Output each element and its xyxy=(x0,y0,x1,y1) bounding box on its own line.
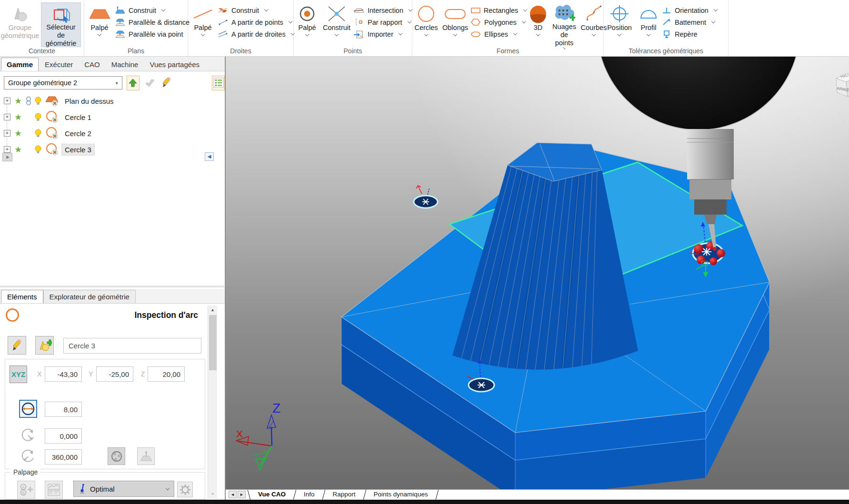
expand-plus-icon[interactable]: + xyxy=(4,130,10,137)
droites-a-partir-droites-item[interactable]: A partir de droites xyxy=(218,28,294,40)
groupe-geometrique-button[interactable]: Groupe géométrique xyxy=(1,2,39,47)
edit-name-button[interactable] xyxy=(8,336,26,355)
scrollbar-thumb[interactable] xyxy=(209,315,217,370)
bulb-icon[interactable] xyxy=(34,145,42,154)
scroll-down-arrow[interactable]: ⌄ xyxy=(208,490,217,496)
points-par-rapport-item[interactable]: Par rapport xyxy=(353,16,412,28)
formes-rectangles-item[interactable]: Rectangles xyxy=(470,4,527,16)
tol-position-button[interactable]: Position xyxy=(605,2,634,47)
x-axis-label: X xyxy=(37,370,41,378)
tab-scroll-right-button[interactable]: ► xyxy=(238,491,246,498)
section-label-contexte: Contexte xyxy=(0,47,84,55)
insertion-point-arrow[interactable]: ➤ xyxy=(2,153,12,161)
tab-vue-cao[interactable]: Vue CAO xyxy=(252,490,292,500)
x-coordinate-input[interactable] xyxy=(45,366,82,382)
tol-repere-item[interactable]: Repère xyxy=(662,28,717,40)
expand-plus-icon[interactable]: + xyxy=(4,98,10,104)
ellipse-shape-icon xyxy=(470,30,481,38)
groupe-geometrique-label: Groupe géométrique xyxy=(1,24,40,40)
cad-scene[interactable]: Z X HAUT ARRIÈRE xyxy=(226,57,849,489)
expand-plus-icon[interactable]: + xyxy=(4,114,10,120)
tol-profil-button[interactable]: Profil xyxy=(636,2,661,47)
tab-scroll-left-button[interactable]: ◄ xyxy=(229,491,237,498)
points-intersection-item[interactable]: Intersection xyxy=(353,4,412,16)
formes-oblongs-button[interactable]: Oblongs xyxy=(441,2,469,47)
ab-angles-button[interactable]: AB xyxy=(17,481,35,499)
formes-nuages-button[interactable]: Nuages de points xyxy=(550,2,578,47)
selecteur-geometrie-button[interactable]: Sélecteur de géométrie xyxy=(41,2,81,47)
bulb-icon[interactable] xyxy=(34,128,42,138)
z-coordinate-input[interactable] xyxy=(148,366,185,382)
droites-construit-item[interactable]: Construit xyxy=(218,4,294,16)
ribbon-section-droites: Palpé Construit A partir de points A par… xyxy=(188,0,294,56)
tab-gamme[interactable]: Gamme xyxy=(1,58,39,71)
feature-name-input[interactable] xyxy=(63,338,201,354)
scene-background[interactable]: Z X HAUT ARRIÈRE xyxy=(226,57,849,489)
vertical-scrollbar[interactable]: ▲ ⌄ xyxy=(208,306,217,499)
droites-palpe-button[interactable]: Palpé xyxy=(189,2,217,47)
tol-orientation-item[interactable]: Orientation xyxy=(662,4,717,16)
formes-polygones-item[interactable]: Polygones xyxy=(470,16,527,28)
tab-explorateur-geometrie[interactable]: Explorateur de géométrie xyxy=(43,290,136,303)
validate-button[interactable] xyxy=(144,76,157,90)
points-palpe-button[interactable]: Palpé xyxy=(295,2,320,47)
circle-points-mode-button[interactable] xyxy=(108,447,125,465)
formes-cercles-button[interactable]: Cercles xyxy=(413,2,439,47)
diameter-input[interactable] xyxy=(45,402,82,417)
chevron-down-icon xyxy=(409,8,412,11)
probing-strategy-select[interactable]: Optimal xyxy=(73,481,174,497)
tab-points-dynamiques[interactable]: Points dynamiques xyxy=(368,490,434,500)
add-feature-button[interactable] xyxy=(35,336,54,355)
diameter-mode-button[interactable] xyxy=(19,400,37,418)
edit-button[interactable] xyxy=(160,76,173,90)
expand-plus-icon[interactable]: + xyxy=(4,146,10,153)
geometric-group-select[interactable]: Groupe géométrique 2 ▾ xyxy=(4,76,122,89)
tree-row-cercle-3[interactable]: + ★ Cercle 3 xyxy=(0,141,225,158)
plans-parallele-via-point-item[interactable]: Parallèle via point xyxy=(115,28,190,40)
tol-profil-label: Profil xyxy=(640,24,656,32)
collapse-panel-button[interactable]: ◀ xyxy=(205,152,214,161)
plans-palpe-button[interactable]: Palpé xyxy=(85,2,114,47)
formes-cercles-label: Cercles xyxy=(414,24,438,32)
tree-item-label[interactable]: Plan du dessus xyxy=(62,96,117,107)
droites-a-partir-points-item[interactable]: A partir de points xyxy=(218,16,294,28)
tree-row-plan-du-dessus[interactable]: + ★ Plan du dessus xyxy=(0,93,225,109)
move-up-button[interactable] xyxy=(127,76,140,90)
scroll-up-arrow[interactable]: ▲ xyxy=(208,307,217,312)
tab-executer[interactable]: Exécuter xyxy=(40,58,78,71)
list-view-button[interactable] xyxy=(212,76,225,90)
bulb-icon[interactable] xyxy=(34,112,42,122)
tab-machine[interactable]: Machine xyxy=(106,58,144,71)
y-coordinate-input[interactable] xyxy=(96,366,133,382)
tree-item-label[interactable]: Cercle 2 xyxy=(62,128,94,139)
start-angle-input[interactable] xyxy=(45,428,82,444)
plans-parallele-distance-item[interactable]: Parallèle & distance xyxy=(115,16,190,28)
xyz-mode-button[interactable]: XYZ xyxy=(10,366,27,383)
view-cube[interactable]: HAUT ARRIÈRE xyxy=(836,73,849,97)
tab-vues-partagees[interactable]: Vues partagées xyxy=(144,58,205,71)
strategy-settings-button[interactable] xyxy=(177,482,193,497)
tab-info[interactable]: Info xyxy=(298,490,321,500)
points-importer-item[interactable]: Importer xyxy=(353,28,412,40)
measurement-strategy-button[interactable] xyxy=(45,481,63,499)
tree-row-cercle-2[interactable]: + ★ Cercle 2 xyxy=(0,125,225,141)
formes-3d-button[interactable]: 3D xyxy=(528,2,549,47)
probe-cylinder-upper xyxy=(687,129,734,179)
tree-item-label-selected[interactable]: Cercle 3 xyxy=(62,144,94,155)
strategy-chart-icon xyxy=(47,483,60,496)
end-angle-input[interactable] xyxy=(45,449,82,464)
tree-item-label[interactable]: Cercle 1 xyxy=(62,112,94,123)
bulb-icon[interactable] xyxy=(34,96,42,106)
tab-rapport[interactable]: Rapport xyxy=(327,490,362,500)
tree-row-cercle-1[interactable]: + ★ Cercle 1 xyxy=(0,109,225,125)
measure-point-1[interactable] xyxy=(414,186,438,208)
plans-construit-item[interactable]: Construit xyxy=(115,4,190,16)
section-label-plans: Plans xyxy=(84,47,188,55)
tab-cao[interactable]: CAO xyxy=(79,58,105,71)
chevron-down-icon xyxy=(201,32,205,36)
points-construit-button[interactable]: Construit xyxy=(321,2,352,47)
tol-battement-item[interactable]: Battement xyxy=(662,16,717,28)
projection-plane-button[interactable] xyxy=(137,447,155,465)
formes-ellipses-item[interactable]: Ellipses xyxy=(470,28,527,40)
tab-elements[interactable]: Eléments xyxy=(1,290,43,303)
